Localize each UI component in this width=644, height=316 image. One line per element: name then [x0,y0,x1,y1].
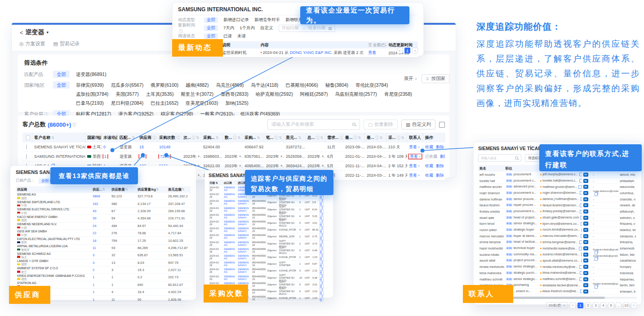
supply-times-link[interactable]: 2 [91,268,110,272]
copy-icon[interactable] [580,216,582,219]
filter-item[interactable]: 巴拉圭(1652) [151,99,178,107]
page-2-button[interactable]: 2 [585,303,591,308]
supply-times-link[interactable]: 39 [91,216,110,220]
column-header[interactable]: 采购次数ⓘ⇅ [157,133,182,142]
supplier-column-header[interactable]: 供应商 [16,187,91,192]
supply-times-link[interactable]: 1 [91,283,110,287]
filter-item[interactable]: 加纳(1525) [225,99,248,107]
filter-item[interactable]: 斯里兰卡(3072) [181,90,213,98]
detail-link[interactable]: 详情 [320,226,324,233]
news-filter-option[interactable]: 已读 [223,33,232,39]
linkedin-icon[interactable]: in [583,283,588,287]
page-size-select[interactable]: 20条/页∨ [546,302,568,309]
news-company-link[interactable]: DONG YANG E&P INC. [290,50,333,55]
detail-link[interactable]: 详情 [320,294,324,302]
copy-icon[interactable] [580,210,582,214]
supply-times-link[interactable]: 1 [91,290,110,294]
linkedin-icon[interactable]: in [583,173,588,177]
copy-icon[interactable] [582,228,582,232]
column-header[interactable]: 客户名称⇅ [32,133,85,142]
supplier-column-header[interactable]: 供应重量/kg⇅ [136,187,167,192]
news-filter-option[interactable]: 自定义 [260,25,273,31]
column-header[interactable]: 次...ⓘ⇅ [182,133,201,142]
row-checkbox[interactable] [22,145,32,149]
filter-all-chip[interactable]: 全部 [53,71,70,78]
filter-item[interactable]: 逆变器(86891) [76,71,107,78]
news-filter-option[interactable]: 新增竞争对手 [254,17,280,23]
linkedin-icon[interactable]: in [583,185,588,189]
filter-item[interactable]: 秘鲁(3804) [325,81,348,89]
column-header[interactable]: 美元...⇅ [284,133,306,142]
copy-icon[interactable] [579,179,582,182]
sort-icon[interactable]: ⇅ [279,136,282,140]
unread-count-link[interactable]: 0 [103,145,106,149]
filter-item[interactable]: 俄罗斯(6100) [151,81,178,89]
column-header[interactable]: 数...ⓘ⇅ [223,133,243,142]
column-header[interactable]: 最...ⓘ⇅ [343,133,365,142]
detail-link[interactable]: 详情 [320,219,324,227]
detail-link[interactable]: 详情 [320,267,324,274]
by-country-button[interactable]: ☰按国家 [422,74,449,83]
filter-item[interactable]: 巴拿马(2193) [76,99,104,107]
sort-icon[interactable]: ⇅ [196,136,200,140]
page-1-button[interactable]: 1 [577,303,583,308]
checkbox-icon[interactable] [26,145,27,149]
filter-item[interactable]: 乌克兰(4869) [216,81,244,89]
detail-link[interactable]: 详情 [320,240,324,247]
select-all-checkbox[interactable] [22,133,32,142]
sort-icon[interactable]: ⇅ [216,136,219,140]
linkedin-icon[interactable]: in [583,179,588,183]
toolbar-action-0[interactable]: ◎方案设置 [19,40,45,47]
news-filter-option[interactable]: 1个月内 [240,25,255,31]
column-header[interactable]: 匹配...⇅ [118,133,138,142]
supply-times-link[interactable]: 9808 [91,194,110,198]
view-contacts-link[interactable]: 查看 › [409,173,420,178]
view-contacts-link[interactable]: 查看 › [409,154,422,159]
page-3-button[interactable]: 3 [593,303,599,308]
supply-times-link[interactable]: 18 [91,239,110,243]
supply-times-link[interactable]: 3 [91,253,110,257]
news-filter-option[interactable]: 7天内 [223,25,234,31]
linkedin-icon[interactable]: in [583,271,588,275]
supply-times-link[interactable]: 24 [91,224,110,228]
sort-icon[interactable]: ⇅ [358,136,361,140]
linkedin-icon[interactable]: in [583,265,588,269]
purchase-count-link[interactable]: 7296 [159,154,170,159]
linkedin-icon[interactable]: in [583,191,588,195]
favorite-link[interactable]: 收藏 [425,173,433,178]
filter-all-chip[interactable]: 全部 [53,81,70,89]
sort-icon[interactable]: ⇅ [102,187,105,191]
filter-item[interactable]: 乌干达(4118) [251,81,278,89]
copy-icon[interactable] [595,257,598,261]
favorite-link[interactable]: 收藏 [425,163,433,169]
detail-link[interactable]: 详情 [320,199,324,206]
filter-item[interactable]: 亚美尼亚(1603) [186,99,218,107]
checkbox-icon[interactable] [26,135,30,140]
supplier-count-link[interactable]: 13 [139,154,146,159]
detail-link[interactable]: 详情 [320,254,324,261]
supplier-column-header[interactable]: 供应...⇅ [91,187,110,192]
sort-icon[interactable]: ⇅ [320,136,324,140]
copy-icon[interactable] [580,204,582,207]
linkedin-icon[interactable]: in [583,240,588,244]
filter-item[interactable]: 厄瓜多尔(6567) [111,81,143,89]
copy-icon[interactable] [580,271,582,275]
back-icon[interactable]: < [20,29,23,36]
filter-item[interactable]: 越南(4882) [186,81,209,89]
linkedin-icon[interactable]: in [583,216,588,220]
view-contacts-link[interactable]: 查看 › [409,145,420,149]
delete-link[interactable]: 删除 [436,173,444,178]
prev-page-button[interactable]: ‹ [397,48,403,53]
search-input[interactable]: 请输入客户名称搜索 [267,119,360,130]
supply-times-link[interactable]: 11 [91,246,110,250]
news-view-link[interactable]: 查看 [366,50,386,56]
delete-link[interactable]: 删除 [440,154,445,160]
linkedin-icon[interactable]: in [583,203,588,207]
sort-icon[interactable]: ⇅ [51,136,54,140]
fullscreen-icon[interactable] [439,122,445,128]
supply-times-link[interactable]: 1 [91,275,110,279]
next-page-button[interactable]: › [631,303,637,308]
linkedin-icon[interactable]: in [583,289,588,294]
date-range-input[interactable]: 开始日期→结束日期▦ [279,25,335,32]
page-...-button[interactable]: ... [616,303,622,308]
